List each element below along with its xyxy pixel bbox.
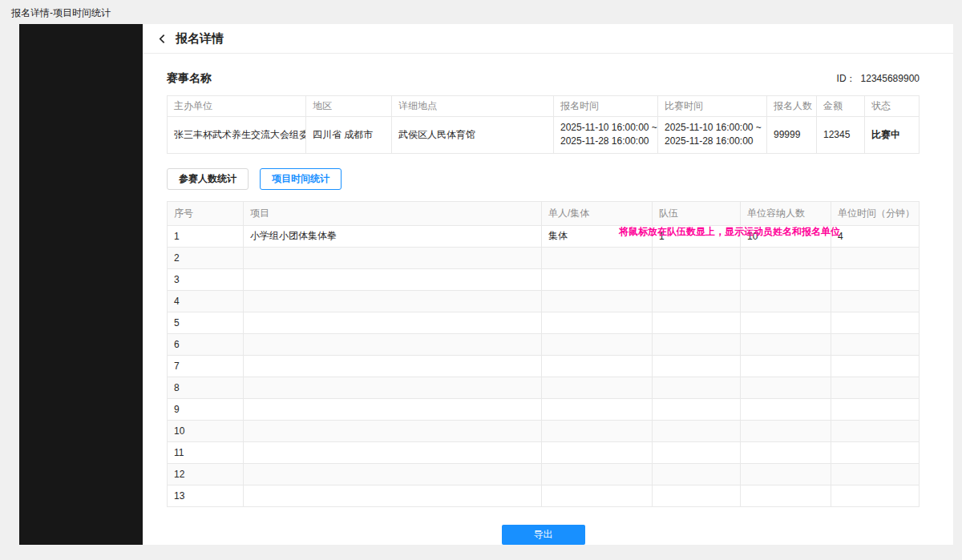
- cell-type: 集体: [542, 225, 653, 247]
- chevron-left-icon: [157, 34, 168, 44]
- cell-time: [831, 398, 920, 420]
- cell-project: 小学组小团体集体拳: [244, 225, 542, 247]
- event-section: 赛事名称 ID：12345689900 主办单位 地区 详细地点: [167, 71, 920, 154]
- cell-project: [244, 420, 542, 441]
- cell-no: 1: [168, 225, 244, 247]
- cell-type: [542, 290, 653, 312]
- table-row: 7: [168, 355, 920, 377]
- table-row: 6: [168, 333, 920, 355]
- status-badge: 比赛中: [865, 117, 920, 154]
- table-row: 12: [168, 463, 920, 485]
- project-table-body: 1小学组小团体集体拳集体11042345678910111213: [168, 225, 920, 506]
- cell-team: [653, 485, 741, 506]
- cell-no: 5: [168, 312, 244, 333]
- cell-team: [653, 377, 741, 398]
- cell-team[interactable]: 1: [653, 225, 741, 247]
- column-header: 报名时间: [554, 96, 658, 117]
- cell-project: [244, 268, 542, 290]
- sidebar: [19, 24, 143, 545]
- cell-time: [831, 247, 920, 268]
- cell-amount: 12345: [817, 117, 865, 154]
- cell-project: [244, 398, 542, 420]
- event-section-title: 赛事名称: [167, 71, 212, 86]
- table-row: 9: [168, 398, 920, 420]
- event-id-value: 12345689900: [861, 73, 920, 84]
- cell-team: [653, 463, 741, 485]
- column-header: 主办单位: [168, 96, 306, 117]
- cell-capacity: [741, 333, 831, 355]
- cell-capacity: [741, 268, 831, 290]
- table-row: 8: [168, 377, 920, 398]
- cell-project: [244, 463, 542, 485]
- cell-project: [244, 290, 542, 312]
- export-row: 导出: [167, 525, 920, 560]
- cell-team: [653, 420, 741, 441]
- column-header: 比赛时间: [658, 96, 767, 117]
- cell-time: [831, 355, 920, 377]
- column-header: 队伍: [653, 201, 741, 225]
- cell-type: [542, 268, 653, 290]
- column-header: 项目: [244, 201, 542, 225]
- page-header: 报名详情: [143, 24, 953, 54]
- cell-location: 武侯区人民体育馆: [392, 117, 554, 154]
- event-table-row: 张三丰杯武术养生交流大会组委会 四川省 成都市 武侯区人民体育馆 2025-11…: [168, 117, 920, 154]
- cell-capacity: [741, 290, 831, 312]
- cell-time: [831, 312, 920, 333]
- export-button[interactable]: 导出: [502, 525, 585, 545]
- cell-capacity: 10: [741, 225, 831, 247]
- cell-time: [831, 463, 920, 485]
- cell-match-time: 2025-11-10 16:00:00 ~ 2025-11-28 16:00:0…: [658, 117, 767, 154]
- column-header: 单位容纳人数: [741, 201, 831, 225]
- cell-type: [542, 441, 653, 463]
- column-header: 地区: [306, 96, 392, 117]
- cell-type: [542, 333, 653, 355]
- table-row: 5: [168, 312, 920, 333]
- column-header: 序号: [168, 201, 244, 225]
- cell-no: 10: [168, 420, 244, 441]
- cell-no: 9: [168, 398, 244, 420]
- cell-type: [542, 355, 653, 377]
- table-row: 3: [168, 268, 920, 290]
- cell-capacity: [741, 441, 831, 463]
- cell-signup-time: 2025-11-10 16:00:00 ~ 2025-11-28 16:00:0…: [554, 117, 658, 154]
- column-header: 详细地点: [392, 96, 554, 117]
- cell-capacity: [741, 312, 831, 333]
- cell-no: 7: [168, 355, 244, 377]
- column-header: 单人/集体: [542, 201, 653, 225]
- tab-participant-count-stats[interactable]: 参赛人数统计: [167, 168, 249, 190]
- cell-team: [653, 355, 741, 377]
- window-title: 报名详情-项目时间统计: [11, 6, 111, 20]
- cell-no: 11: [168, 441, 244, 463]
- back-button[interactable]: [157, 34, 168, 44]
- cell-no: 13: [168, 485, 244, 506]
- content-area: 赛事名称 ID：12345689900 主办单位 地区 详细地点: [143, 54, 953, 560]
- cell-signup-count: 99999: [767, 117, 817, 154]
- cell-capacity: [741, 247, 831, 268]
- cell-time: [831, 420, 920, 441]
- cell-capacity: [741, 420, 831, 441]
- table-row: 1小学组小团体集体拳集体1104: [168, 225, 920, 247]
- stats-tab-buttons: 参赛人数统计 项目时间统计: [167, 168, 920, 190]
- cell-project: [244, 247, 542, 268]
- cell-team: [653, 247, 741, 268]
- cell-no: 6: [168, 333, 244, 355]
- cell-time: [831, 333, 920, 355]
- cell-project: [244, 333, 542, 355]
- event-id-label: ID：: [837, 73, 856, 84]
- cell-time: [831, 268, 920, 290]
- event-table-header-row: 主办单位 地区 详细地点 报名时间 比赛时间 报名人数 金额 状态: [168, 96, 920, 117]
- cell-no: 8: [168, 377, 244, 398]
- tab-project-time-stats[interactable]: 项目时间统计: [260, 168, 342, 190]
- cell-no: 2: [168, 247, 244, 268]
- cell-time: [831, 377, 920, 398]
- table-row: 11: [168, 441, 920, 463]
- cell-type: [542, 377, 653, 398]
- cell-no: 4: [168, 290, 244, 312]
- cell-no: 3: [168, 268, 244, 290]
- cell-team: [653, 398, 741, 420]
- cell-project: [244, 485, 542, 506]
- column-header: 报名人数: [767, 96, 817, 117]
- event-id: ID：12345689900: [837, 72, 920, 86]
- cell-organizer: 张三丰杯武术养生交流大会组委会: [168, 117, 306, 154]
- column-header: 金额: [817, 96, 865, 117]
